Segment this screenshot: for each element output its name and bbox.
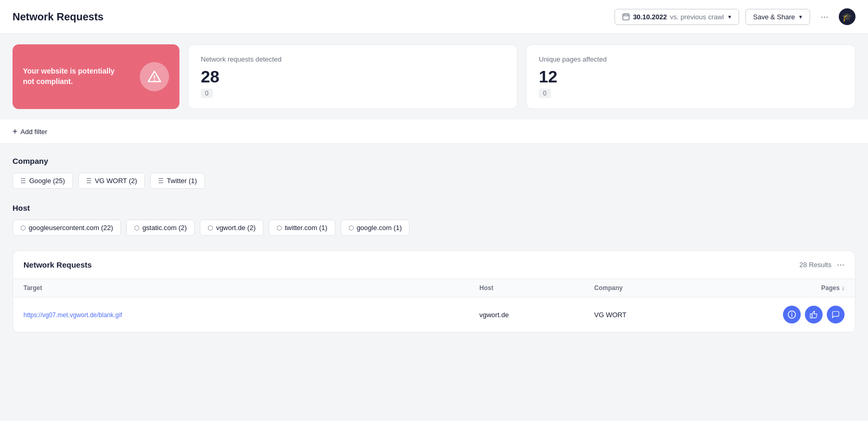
col-header-target: Target: [23, 284, 479, 292]
results-meta: 28 Results ···: [800, 259, 845, 270]
table-row: https://vg07.met.vgwort.de/blank.gif vgw…: [13, 297, 855, 332]
page-header: Network Requests 30.10.2022 vs. previous…: [0, 0, 868, 34]
metric-value-pages: 12: [539, 67, 842, 87]
info-icon: [788, 310, 796, 319]
company-chip-label-twitter: Twitter (1): [167, 177, 197, 185]
add-filter-label: Add filter: [20, 128, 47, 136]
results-count: 28 Results: [800, 261, 831, 269]
alert-text: Your website is potentially not complian…: [23, 66, 127, 87]
plus-icon: +: [13, 127, 17, 136]
server-icon: ⬡: [208, 224, 213, 232]
save-share-button[interactable]: Save & Share ▾: [745, 9, 810, 25]
chat-avatar-button[interactable]: [827, 306, 845, 323]
company-chip-twitter[interactable]: ☰ Twitter (1): [150, 173, 205, 189]
filters-section: Company ☰ Google (25) ☰ VG WORT (2) ☰ Tw…: [0, 144, 868, 236]
chevron-down-icon: ▾: [728, 14, 731, 20]
thumbs-up-avatar-button[interactable]: [805, 306, 823, 323]
target-link[interactable]: https://vg07.met.vgwort.de/blank.gif: [23, 311, 122, 319]
col-header-pages: Pages ↓: [761, 284, 845, 292]
filter-bar: + Add filter: [0, 119, 868, 144]
add-filter-button[interactable]: + Add filter: [13, 127, 47, 136]
svg-rect-0: [623, 14, 629, 20]
metric-label-pages: Unique pages affected: [539, 55, 842, 63]
cell-target: https://vg07.met.vgwort.de/blank.gif: [23, 311, 479, 319]
svg-point-8: [791, 312, 792, 314]
host-section-label: Host: [13, 203, 855, 212]
host-chip-google[interactable]: ⬡ google.com (1): [341, 220, 410, 236]
metric-value-requests: 28: [201, 67, 504, 87]
header-actions: 30.10.2022 vs. previous crawl ▾ Save & S…: [614, 8, 855, 25]
host-chip-twitter[interactable]: ⬡ twitter.com (1): [269, 220, 335, 236]
cell-host: vgwort.de: [479, 311, 594, 319]
metric-badge-pages: 0: [539, 89, 551, 98]
server-icon: ⬡: [276, 224, 282, 232]
results-header: Network Requests 28 Results ···: [13, 251, 855, 279]
graduation-cap-icon: 🎓: [839, 8, 855, 25]
document-icon: ☰: [86, 177, 92, 185]
host-chip-label-googleusercontent: googleusercontent.com (22): [29, 224, 113, 232]
host-chip-googleusercontent[interactable]: ⬡ googleusercontent.com (22): [13, 220, 121, 236]
metric-card-requests: Network requests detected 28 0: [188, 44, 517, 109]
chevron-down-icon: ▾: [799, 14, 802, 20]
page-title: Network Requests: [13, 11, 104, 23]
host-chip-label-gstatic: gstatic.com (2): [142, 224, 187, 232]
host-chip-label-twitter: twitter.com (1): [285, 224, 328, 232]
host-chip-label-vgwort: vgwort.de (2): [216, 224, 256, 232]
chat-icon: [831, 310, 840, 319]
results-title: Network Requests: [23, 260, 92, 269]
results-section: Network Requests 28 Results ··· Target H…: [13, 250, 855, 333]
warning-icon: [147, 69, 162, 84]
company-section-label: Company: [13, 157, 855, 165]
host-chip-label-google: google.com (1): [357, 224, 402, 232]
company-chip-label-vgwort: VG WORT (2): [95, 177, 137, 185]
host-chips: ⬡ googleusercontent.com (22) ⬡ gstatic.c…: [13, 220, 855, 236]
col-header-host: Host: [479, 284, 594, 292]
more-options-button[interactable]: ···: [816, 9, 833, 25]
host-chip-vgwort[interactable]: ⬡ vgwort.de (2): [200, 220, 263, 236]
company-section: Company ☰ Google (25) ☰ VG WORT (2) ☰ Tw…: [13, 157, 855, 189]
company-chip-google[interactable]: ☰ Google (25): [13, 173, 73, 189]
svg-rect-9: [810, 314, 812, 318]
cell-pages: [761, 306, 845, 323]
svg-point-5: [154, 79, 155, 80]
table-header: Target Host Company Pages ↓: [13, 279, 855, 297]
results-more-button[interactable]: ···: [837, 259, 845, 270]
server-icon: ⬡: [348, 224, 354, 232]
warning-icon-circle: [140, 62, 169, 91]
save-share-label: Save & Share: [753, 13, 795, 21]
thumbs-up-icon: [810, 310, 818, 319]
company-chips: ☰ Google (25) ☰ VG WORT (2) ☰ Twitter (1…: [13, 173, 855, 189]
date-label: 30.10.2022: [633, 13, 667, 21]
cell-company: VG WORT: [594, 311, 761, 319]
top-cards: Your website is potentially not complian…: [0, 34, 868, 119]
server-icon: ⬡: [134, 224, 139, 232]
document-icon: ☰: [158, 177, 164, 185]
col-header-company: Company: [594, 284, 761, 292]
server-icon: ⬡: [20, 224, 26, 232]
calendar-icon: [622, 13, 630, 20]
host-chip-gstatic[interactable]: ⬡ gstatic.com (2): [126, 220, 195, 236]
company-chip-vgwort[interactable]: ☰ VG WORT (2): [78, 173, 145, 189]
host-section: Host ⬡ googleusercontent.com (22) ⬡ gsta…: [13, 203, 855, 236]
company-chip-label-google: Google (25): [29, 177, 65, 185]
date-picker-button[interactable]: 30.10.2022 vs. previous crawl ▾: [614, 9, 739, 25]
metric-badge-requests: 0: [201, 89, 213, 98]
alert-card: Your website is potentially not complian…: [13, 44, 179, 109]
info-avatar-button[interactable]: [783, 306, 801, 323]
metric-label-requests: Network requests detected: [201, 55, 504, 63]
date-suffix: vs. previous crawl: [670, 13, 724, 21]
metric-card-pages: Unique pages affected 12 0: [526, 44, 855, 109]
document-icon: ☰: [20, 177, 26, 185]
